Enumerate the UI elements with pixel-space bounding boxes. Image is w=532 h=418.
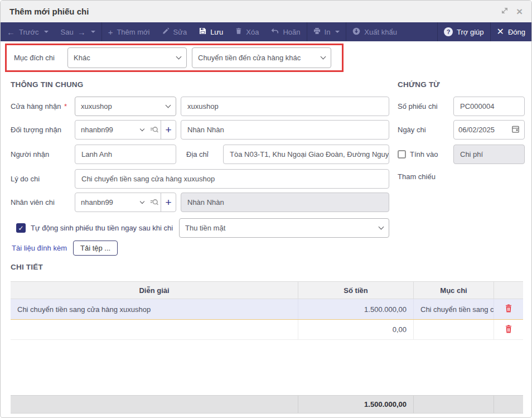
charge-label-group: Tính vào [398,150,453,158]
undo-button[interactable]: Hoãn [265,22,306,41]
column-header-actions [494,282,523,299]
chevron-down-icon[interactable] [140,199,144,204]
total-amount: 1.500.000,00 [298,396,414,413]
purpose-label: Mục đích chi [7,54,67,62]
add-payee-button[interactable]: + [161,121,176,139]
staff-combo: nhanbn99 + [75,193,176,212]
plus-icon: + [108,28,113,36]
charge-input: Chi phí [453,145,525,164]
details-section-heading: CHI TIẾT [11,263,43,271]
add-new-button[interactable]: + Thêm mới [102,22,156,41]
store-select[interactable]: xuxushop [75,97,176,116]
pencil-icon [162,27,170,36]
receiver-input[interactable]: Lanh Anh [75,145,176,164]
purpose-type-select[interactable]: Khác [67,47,187,68]
dialog-window: Thêm mới phiếu chi × ← Trước Sau → + Thê… [0,0,532,418]
delete-button[interactable]: Xóa [229,22,265,41]
save-button[interactable]: Lưu [193,22,229,41]
calendar-icon[interactable] [511,125,520,135]
receiver-label: Người nhận [11,150,75,158]
close-button[interactable]: ✕ Đóng [491,22,531,41]
receipt-method-select[interactable]: Thu tiền mặt [179,218,389,238]
chevron-down-icon [335,31,340,33]
delete-row-button[interactable] [494,320,523,339]
column-header-amount: Số tiền [298,282,414,299]
check-icon: ✓ [18,224,23,232]
payee-name-input[interactable]: Nhàn Nhàn [181,120,389,140]
date-input[interactable]: 06/02/2025 [453,120,525,140]
print-button[interactable]: In [307,22,346,41]
staff-label: Nhân viên chi [11,198,75,206]
voucher-no-input[interactable]: PC000004 [453,97,525,116]
store-label: Cửa hàng nhận * [11,102,75,110]
chevron-down-icon [176,54,182,60]
chevron-down-icon [321,54,326,60]
staff-name-input: Nhàn Nhàn [181,193,389,212]
add-staff-button[interactable]: + [161,193,176,212]
reference-label: Tham chiếu [398,172,453,181]
printer-icon [313,27,321,36]
auto-receipt-label: Tự động sinh phiếu thu tiền ngay sau khi… [31,224,173,232]
payee-label: Đối tượng nhận [11,126,75,134]
close-icon: ✕ [497,27,504,36]
cell-expense-item[interactable]: Chi chuyển tiền sang c... [414,299,494,319]
cell-amount[interactable]: 1.500.000,00 [298,299,414,319]
address-label: Địa chỉ [186,150,215,158]
forward-arrow-icon: → [78,28,86,36]
chevron-down-icon [91,31,95,33]
charge-label: Tính vào [410,150,438,158]
chevron-down-icon[interactable] [140,127,144,131]
payee-select[interactable]: nhanbn99 [75,121,141,139]
chevron-down-icon [166,103,171,108]
attachment-link[interactable]: Tài liệu đính kèm [12,244,67,252]
date-label: Ngày chi [398,126,453,134]
general-section-heading: THÔNG TIN CHUNG [11,80,84,89]
reason-input[interactable]: Chi chuyển tiền sang cửa hàng xuxushop [75,169,389,189]
question-icon: ? [444,27,453,36]
export-button[interactable]: Xuất khẩu [346,22,403,41]
prev-button[interactable]: ← Trước [1,22,55,41]
upload-file-button[interactable]: Tải tệp ... [73,241,118,256]
cell-amount[interactable]: 0,00 [298,320,414,339]
chevron-down-icon [44,31,49,33]
column-header-description: Diễn giải [11,282,298,299]
save-icon [199,27,206,36]
voucher-no-label: Số phiếu chi [398,102,453,110]
next-button[interactable]: Sau → [55,22,101,41]
charge-checkbox[interactable] [398,150,406,158]
resize-icon[interactable] [501,7,509,16]
cell-expense-item[interactable] [414,320,494,339]
title-bar: Thêm mới phiếu chi × [1,1,531,22]
edit-button[interactable]: Sửa [156,22,194,41]
table-footer-row: 1.500.000,00 [11,395,523,414]
trash-icon [505,325,512,335]
toolbar: ← Trước Sau → + Thêm mới Sửa Lưu Xóa Ho [1,22,531,41]
cloud-download-icon [352,27,360,37]
window-close-icon[interactable]: × [516,6,523,17]
lookup-search-icon[interactable] [147,193,161,212]
trash-icon [235,27,242,36]
purpose-highlight-box: Mục đích chi Khác Chuyển tiền đến cửa hà… [5,44,344,72]
payee-combo: nhanbn99 + [75,120,176,140]
trash-icon [505,304,512,314]
lookup-search-icon[interactable] [147,121,161,139]
cell-description[interactable]: Chi chuyển tiền sang cửa hàng xuxushop [11,299,298,319]
auto-receipt-checkbox[interactable]: ✓ [16,223,26,233]
back-arrow-icon: ← [7,28,15,36]
delete-row-button[interactable] [494,299,523,319]
column-header-expense-item: Mục chi [414,282,494,299]
address-input[interactable]: Tòa N03-T1, Khu Ngoại Giao Đoàn, Đường N… [223,145,389,164]
cell-description[interactable] [11,320,298,339]
details-table: Diễn giải Số tiền Mục chi Chi chuyển tiề… [11,281,523,414]
table-empty-area [11,340,523,395]
help-button[interactable]: ? Trợ giúp [438,22,490,41]
table-header-row: Diễn giải Số tiền Mục chi [11,281,523,299]
required-asterisk: * [64,102,67,110]
page-title: Thêm mới phiếu chi [9,7,89,16]
store-name-input[interactable]: xuxushop [181,97,389,116]
chevron-down-icon [379,224,384,230]
purpose-detail-select[interactable]: Chuyển tiền đến cửa hàng khác [192,47,331,68]
table-row[interactable]: Chi chuyển tiền sang cửa hàng xuxushop 1… [11,299,523,320]
table-row[interactable]: 0,00 [11,320,523,340]
staff-select[interactable]: nhanbn99 [75,193,141,212]
